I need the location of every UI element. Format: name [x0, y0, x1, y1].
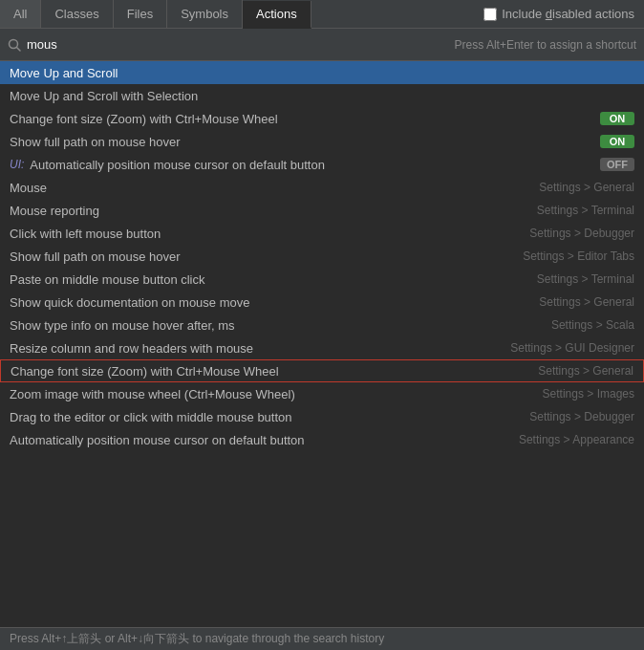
list-item[interactable]: Change font size (Zoom) with Ctrl+Mouse …	[0, 107, 644, 130]
item-label: Show full path on mouse hover	[10, 249, 181, 264]
list-item[interactable]: MouseSettings > General	[0, 176, 644, 199]
tab-files[interactable]: Files	[114, 0, 167, 28]
status-text: Press Alt+↑上箭头 or Alt+↓向下箭头 to navigate …	[10, 631, 384, 647]
item-right: Settings > General	[539, 181, 634, 194]
tabs-bar: All Classes Files Symbols Actions Includ…	[0, 0, 644, 29]
results-list: Move Up and ScrollMove Up and Scroll wit…	[0, 61, 644, 627]
item-label: Change font size (Zoom) with Ctrl+Mouse …	[11, 364, 279, 379]
item-label: Show type info on mouse hover after, ms	[10, 318, 235, 333]
item-label: Move Up and Scroll	[10, 66, 118, 80]
toggle-on[interactable]: ON	[600, 135, 634, 148]
item-label: Change font size (Zoom) with Ctrl+Mouse …	[10, 112, 278, 126]
item-label: Automatically position mouse cursor on d…	[30, 158, 325, 172]
include-disabled-checkbox[interactable]	[483, 8, 497, 21]
item-right: Settings > Images	[543, 387, 634, 401]
list-item[interactable]: Move Up and Scroll	[0, 61, 644, 84]
list-item[interactable]: Paste on middle mouse button clickSettin…	[0, 268, 644, 291]
search-hint: Press Alt+Enter to assign a shortcut	[455, 38, 636, 52]
search-icon	[8, 38, 21, 52]
list-item[interactable]: Show type info on mouse hover after, msS…	[0, 314, 644, 336]
item-right: Settings > GUI Designer	[510, 341, 634, 355]
item-label: Automatically position mouse cursor on d…	[10, 433, 305, 447]
item-label: Zoom image with mouse wheel (Ctrl+Mouse …	[10, 387, 295, 401]
list-item[interactable]: Show full path on mouse hoverON	[0, 130, 644, 153]
item-label: Mouse	[10, 181, 47, 195]
search-bar: Press Alt+Enter to assign a shortcut	[0, 29, 644, 61]
list-item[interactable]: Mouse reportingSettings > Terminal	[0, 199, 644, 222]
item-label: Move Up and Scroll with Selection	[10, 89, 198, 103]
tab-symbols[interactable]: Symbols	[167, 0, 243, 28]
item-right: Settings > Debugger	[529, 410, 634, 423]
list-item[interactable]: Drag to the editor or click with middle …	[0, 405, 644, 428]
list-item[interactable]: UI:Automatically position mouse cursor o…	[0, 153, 644, 176]
item-label: Show quick documentation on mouse move	[10, 295, 249, 310]
include-disabled-label[interactable]: Include disabled actions	[483, 7, 634, 21]
item-right: Settings > Terminal	[537, 272, 634, 286]
item-label: Paste on middle mouse button click	[10, 272, 205, 287]
item-label: Mouse reporting	[10, 204, 99, 218]
item-right: Settings > General	[539, 295, 634, 309]
item-label: Click with left mouse button	[10, 227, 161, 241]
include-disabled-text: Include disabled actions	[502, 7, 634, 21]
svg-line-1	[17, 47, 21, 51]
item-right: Settings > Debugger	[529, 227, 634, 240]
item-right: Settings > Terminal	[537, 204, 634, 217]
toggle-on[interactable]: ON	[600, 112, 634, 125]
item-right: Settings > Appearance	[519, 433, 634, 446]
item-label: Show full path on mouse hover	[10, 135, 181, 149]
list-item[interactable]: Click with left mouse buttonSettings > D…	[0, 222, 644, 245]
tab-actions[interactable]: Actions	[243, 1, 311, 29]
search-input[interactable]	[27, 37, 449, 52]
toggle-off[interactable]: OFF	[600, 158, 634, 171]
status-bar: Press Alt+↑上箭头 or Alt+↓向下箭头 to navigate …	[0, 627, 644, 650]
list-item[interactable]: Move Up and Scroll with Selection	[0, 84, 644, 107]
list-item[interactable]: Resize column and row headers with mouse…	[0, 336, 644, 359]
list-item[interactable]: Change font size (Zoom) with Ctrl+Mouse …	[0, 359, 644, 382]
list-item[interactable]: Show full path on mouse hoverSettings > …	[0, 245, 644, 268]
item-right: Settings > Editor Tabs	[523, 249, 634, 263]
tab-classes[interactable]: Classes	[41, 0, 113, 28]
item-right: Settings > Scala	[551, 318, 634, 332]
list-item[interactable]: Zoom image with mouse wheel (Ctrl+Mouse …	[0, 382, 644, 405]
list-item[interactable]: Automatically position mouse cursor on d…	[0, 428, 644, 451]
list-item[interactable]: Show quick documentation on mouse moveSe…	[0, 291, 644, 314]
tab-all[interactable]: All	[0, 0, 41, 28]
item-label: Drag to the editor or click with middle …	[10, 410, 292, 424]
item-prefix: UI:	[10, 158, 24, 171]
tabs-right: Include disabled actions	[483, 7, 644, 21]
item-right: Settings > General	[538, 364, 633, 378]
item-label: Resize column and row headers with mouse	[10, 341, 253, 356]
